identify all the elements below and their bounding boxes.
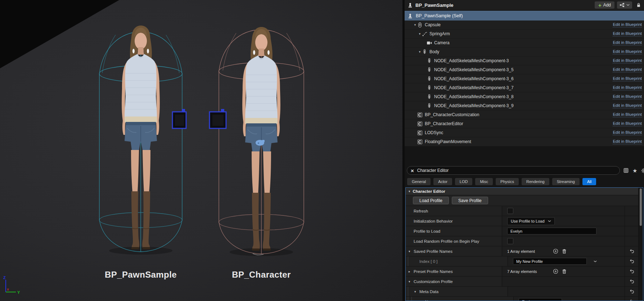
edit-in-blueprint-link[interactable]: Edit in Blueprint [613, 121, 642, 126]
component-row-node_addskeletalmeshcomponent-3[interactable]: NODE_AddSkeletalMeshComponent-3 Edit in … [405, 56, 644, 65]
property-row-preset-profile-names[interactable]: ▸ Preset Profile Names 7 Array elements [406, 266, 643, 277]
expander-arrow-icon[interactable]: ▾ [418, 50, 422, 54]
checkbox[interactable] [507, 238, 513, 244]
star-icon[interactable]: ★ [632, 168, 637, 173]
component-row-node_addskeletalmeshcomponent-3_7[interactable]: NODE_AddSkeletalMeshComponent-3_7 Edit i… [405, 83, 644, 92]
lock-icon[interactable] [636, 3, 641, 8]
edit-in-blueprint-link[interactable]: Edit in Blueprint [613, 31, 642, 36]
filter-tab-lod[interactable]: LOD [455, 178, 473, 185]
reset-to-default-icon[interactable] [629, 289, 635, 294]
property-expander-icon[interactable]: ▾ [409, 250, 414, 253]
text-input[interactable]: My New Profile [513, 258, 587, 265]
edit-in-blueprint-link[interactable]: Edit in Blueprint [613, 130, 642, 135]
reset-to-default-icon[interactable] [629, 248, 635, 254]
reset-to-default-icon[interactable] [629, 259, 635, 264]
edit-in-blueprint-link[interactable]: Edit in Blueprint [613, 67, 642, 72]
filter-tab-physics[interactable]: Physics [496, 178, 519, 185]
expander-arrow-icon[interactable]: ▾ [418, 32, 422, 36]
skeletal-mesh-icon [422, 49, 427, 55]
category-header-character-editor[interactable]: ▾ Character Editor [406, 188, 643, 195]
axis-x-label: X [7, 288, 9, 291]
edit-in-blueprint-link[interactable]: Edit in Blueprint [613, 85, 642, 90]
clear-array-icon[interactable] [562, 269, 567, 274]
edit-in-blueprint-link[interactable]: Edit in Blueprint [613, 94, 642, 99]
filter-tab-rendering[interactable]: Rendering [522, 178, 549, 185]
indent-guide [411, 297, 412, 301]
component-row-self[interactable]: BP_PawnSample (Self) [405, 11, 644, 20]
reset-to-default-icon[interactable] [629, 299, 635, 301]
edit-in-blueprint-link[interactable]: Edit in Blueprint [613, 49, 642, 54]
dropdown[interactable]: Use Profile to Load [507, 217, 555, 225]
grid-icon[interactable] [623, 168, 629, 173]
property-expander-icon[interactable]: ▾ [409, 280, 414, 283]
component-row-node_addskeletalmeshcomponent-3_6[interactable]: NODE_AddSkeletalMeshComponent-3_6 Edit i… [405, 74, 644, 83]
edit-in-blueprint-link[interactable]: Edit in Blueprint [613, 22, 642, 27]
component-row-node_addskeletalmeshcomponent-3_5[interactable]: NODE_AddSkeletalMeshComponent-3_5 Edit i… [405, 65, 644, 74]
component-row-floatingpawnmovement[interactable]: FloatingPawnMovement Edit in Blueprint [405, 137, 644, 146]
property-row-load-random-profile-on-begin-play[interactable]: Load Random Profile on Begin Play [406, 236, 643, 246]
component-row-bp_charactereditor[interactable]: BP_CharacterEditor Edit in Blueprint [405, 119, 644, 128]
checkbox[interactable] [507, 208, 513, 214]
text-input[interactable]: Evelyn [507, 228, 596, 234]
add-component-button[interactable]: + Add [595, 1, 614, 9]
box-component-right[interactable] [210, 109, 226, 128]
box-component-left[interactable] [172, 109, 186, 128]
pawn-icon [407, 13, 413, 19]
clear-search-icon[interactable]: × [411, 168, 414, 173]
indent-guide [408, 287, 408, 296]
viewport-scene[interactable] [0, 0, 402, 301]
reset-to-default-icon[interactable] [629, 269, 635, 274]
filter-tab-all[interactable]: All [582, 178, 596, 185]
component-row-lodsync[interactable]: LODSync Edit in Blueprint [405, 128, 644, 137]
edit-in-blueprint-link[interactable]: Edit in Blueprint [613, 58, 642, 63]
model-label-character: BP_Character [232, 270, 291, 280]
load-profile-button[interactable]: Load Profile [413, 197, 449, 204]
property-row-saved-profile-names[interactable]: ▾ Saved Profile Names 1 Array element [406, 246, 643, 256]
search-input[interactable]: × Character Editor [407, 166, 620, 175]
property-expander-icon[interactable]: ▸ [409, 270, 414, 273]
edit-in-blueprint-link[interactable]: Edit in Blueprint [613, 40, 642, 45]
edit-in-blueprint-link[interactable]: Edit in Blueprint [613, 76, 642, 81]
property-row-profile-to-load[interactable]: Profile to Load Evelyn [406, 226, 643, 236]
edit-in-blueprint-link[interactable]: Edit in Blueprint [613, 112, 642, 117]
skeletal-mesh-icon [427, 58, 432, 64]
property-expander-icon[interactable]: ▾ [414, 290, 419, 293]
clear-array-icon[interactable] [562, 248, 567, 254]
viewport-3d[interactable]: BP_PawnSample BP_Character Z Y X [0, 0, 402, 301]
component-row-capsule[interactable]: ▾ Capsule Edit in Blueprint [405, 20, 644, 29]
reset-to-default-icon[interactable] [629, 279, 635, 284]
chevron-down-icon [548, 220, 551, 222]
gear-icon[interactable] [641, 168, 644, 173]
add-element-icon[interactable] [553, 248, 558, 254]
property-row-initialization-behavior[interactable]: Initialization Behavior Use Profile to L… [406, 216, 643, 226]
property-row-customization-profile[interactable]: ▾ Customization Profile [406, 277, 643, 287]
property-row-name[interactable]: Name Evelyn [406, 297, 643, 301]
chevron-down-icon[interactable] [594, 260, 597, 263]
tree-view-options-button[interactable] [617, 1, 632, 9]
component-row-camera[interactable]: Camera Edit in Blueprint [405, 38, 644, 47]
array-count-label: 7 Array elements [507, 269, 550, 274]
save-profile-button[interactable]: Save Profile [452, 197, 488, 204]
property-row-index-0-[interactable]: Index [ 0 ] My New Profile [406, 256, 643, 266]
scrollbar-thumb[interactable] [640, 188, 642, 226]
edit-in-blueprint-link[interactable]: Edit in Blueprint [613, 139, 642, 144]
indent-guide [408, 297, 408, 301]
edit-in-blueprint-link[interactable]: Edit in Blueprint [613, 103, 642, 108]
filter-tab-general[interactable]: General [407, 178, 431, 185]
component-row-springarm[interactable]: ▾ SpringArm Edit in Blueprint [405, 29, 644, 38]
expander-arrow-icon[interactable]: ▾ [413, 23, 417, 27]
component-row-body[interactable]: ▾ Body Edit in Blueprint [405, 47, 644, 56]
text-input[interactable]: Evelyn [519, 298, 562, 301]
component-row-node_addskeletalmeshcomponent-3_9[interactable]: NODE_AddSkeletalMeshComponent-3_9 Edit i… [405, 101, 644, 110]
tree-view-icon [620, 3, 625, 8]
details-scrollbar[interactable] [638, 188, 643, 301]
component-row-node_addskeletalmeshcomponent-3_8[interactable]: NODE_AddSkeletalMeshComponent-3_8 Edit i… [405, 92, 644, 101]
axis-z-label: Z [3, 275, 6, 280]
filter-tab-actor[interactable]: Actor [433, 178, 452, 185]
component-row-bp_charactercustomization[interactable]: BP_CharacterCustomization Edit in Bluepr… [405, 110, 644, 119]
filter-tab-streaming[interactable]: Streaming [552, 178, 580, 185]
filter-tab-misc[interactable]: Misc [475, 178, 493, 185]
property-row-refresh[interactable]: Refresh [406, 206, 643, 216]
property-row-meta-data[interactable]: ▾ Meta Data [406, 287, 643, 297]
add-element-icon[interactable] [553, 269, 558, 274]
